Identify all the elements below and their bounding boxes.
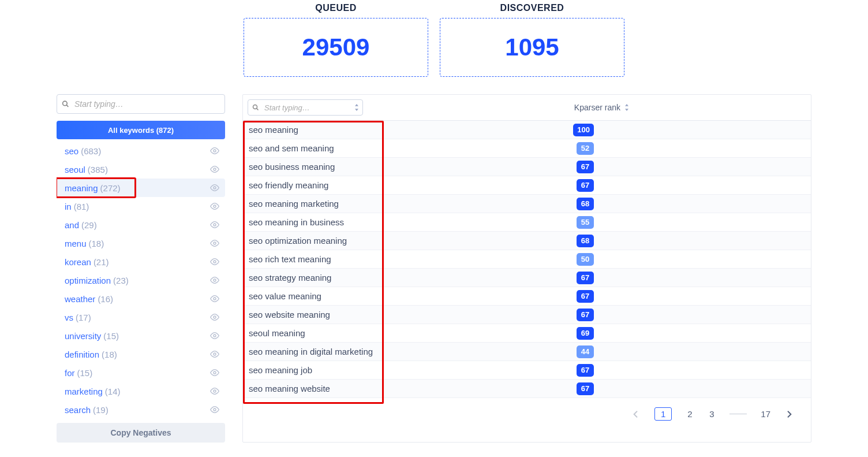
result-text: seo value meaning [249,291,321,301]
rank-badge: 100 [573,124,594,136]
keyword-count: (15) [77,368,93,378]
svg-point-9 [214,279,216,281]
table-row[interactable]: seo rich text meaning50 [243,250,811,269]
results-search-input[interactable] [248,99,363,116]
sidebar-item-menu[interactable]: menu(18) [57,234,225,252]
sidebar-item-definition[interactable]: definition(18) [57,345,225,363]
rank-badge: 67 [577,161,594,173]
eye-icon[interactable] [210,221,219,228]
table-row[interactable]: seo meaning in business55 [243,213,811,232]
sidebar-item-seoul[interactable]: seoul(385) [57,160,225,179]
table-row[interactable]: seoul meaning69 [243,324,811,343]
result-text: seo rich text meaning [249,254,331,264]
eye-icon[interactable] [210,332,219,339]
eye-icon[interactable] [210,258,219,265]
table-row[interactable]: seo optimization meaning68 [243,232,811,250]
keyword-label: menu [65,239,87,248]
table-row[interactable]: seo meaning marketing68 [243,195,811,213]
eye-icon[interactable] [210,203,219,210]
rank-header-label: Kparser rank [574,103,620,112]
rank-badge: 69 [577,327,594,340]
sort-icon[interactable] [354,104,360,111]
prev-page-icon[interactable] [631,410,641,419]
result-text: seo meaning in business [249,217,344,227]
sidebar-item-and[interactable]: and(29) [57,216,225,234]
all-keywords-button[interactable]: All keywords (872) [57,121,225,139]
sidebar-item-weather[interactable]: weather(16) [57,289,225,308]
page-number-last[interactable]: 17 [761,409,770,419]
keyword-count: (19) [93,405,108,415]
table-row[interactable]: seo strategy meaning67 [243,269,811,287]
queued-card: QUEUED 29509 [244,3,428,77]
eye-icon[interactable] [210,314,219,321]
svg-point-12 [214,335,216,337]
eye-icon[interactable] [210,406,219,413]
next-page-icon[interactable] [784,410,794,419]
sidebar-item-meaning[interactable]: meaning(272) [57,179,225,197]
eye-icon[interactable] [210,166,219,173]
eye-icon[interactable] [210,277,219,284]
keyword-label: vs [65,313,73,322]
table-row[interactable]: seo meaning job67 [243,361,811,380]
table-row[interactable]: seo and sem meaning52 [243,139,811,158]
result-text: seo business meaning [249,162,335,172]
table-row[interactable]: seo meaning100 [243,121,811,139]
eye-icon[interactable] [210,388,219,395]
eye-icon[interactable] [210,351,219,358]
rank-column-header[interactable]: Kparser rank [574,103,630,112]
svg-marker-22 [625,109,628,111]
keyword-label: optimization [65,276,111,285]
keyword-count: (29) [81,220,97,230]
table-row[interactable]: seo business meaning67 [243,158,811,176]
page-number[interactable]: 2 [686,409,694,419]
sidebar-search-wrap [57,94,225,114]
svg-line-1 [66,105,68,107]
sidebar-item-optimization[interactable]: optimization(23) [57,271,225,289]
keyword-label: search [65,405,91,415]
results-panel: Kparser rank seo meaning100seo and sem m… [242,94,811,443]
svg-point-5 [214,205,216,207]
table-row[interactable]: seo meaning in digital marketing44 [243,343,811,361]
sidebar-item-for[interactable]: for(15) [57,363,225,382]
table-row[interactable]: seo value meaning67 [243,287,811,306]
sidebar-item-university[interactable]: university(15) [57,326,225,345]
rank-badge: 67 [577,382,594,395]
queued-label: QUEUED [244,3,428,13]
svg-marker-20 [355,109,358,111]
sidebar-item-marketing[interactable]: marketing(14) [57,382,225,400]
discovered-label: DISCOVERED [440,3,624,13]
table-row[interactable]: seo website meaning67 [243,306,811,324]
keyword-list: seo(683)seoul(385)meaning(272)in(81)and(… [57,142,225,416]
rank-badge: 50 [577,253,594,266]
page-number[interactable]: 3 [708,409,716,419]
sort-icon[interactable] [624,104,630,111]
discovered-box: 1095 [440,18,624,77]
pagination: 1 2 3 17 [243,398,811,425]
eye-icon[interactable] [210,295,219,302]
keyword-label: korean [65,257,91,267]
keyword-count: (14) [105,387,121,396]
sidebar-item-search[interactable]: search(19) [57,400,225,416]
table-row[interactable]: seo meaning website67 [243,380,811,398]
eye-icon[interactable] [210,240,219,247]
eye-icon[interactable] [210,184,219,191]
sidebar-item-vs[interactable]: vs(17) [57,308,225,326]
sidebar-item-korean[interactable]: korean(21) [57,252,225,271]
rank-badge: 68 [577,198,594,210]
discovered-value: 1095 [446,34,618,61]
svg-marker-19 [355,104,358,106]
keyword-count: (683) [81,146,101,156]
sidebar-search-input[interactable] [57,94,225,114]
sidebar-item-in[interactable]: in(81) [57,197,225,216]
keyword-count: (21) [93,257,109,267]
eye-icon[interactable] [210,147,219,154]
page-number[interactable]: 1 [654,407,672,421]
svg-point-6 [214,224,216,226]
sidebar-item-seo[interactable]: seo(683) [57,142,225,160]
table-row[interactable]: seo friendly meaning67 [243,176,811,195]
svg-point-8 [214,261,216,263]
copy-negatives-button[interactable]: Copy Negatives [57,423,225,443]
eye-icon[interactable] [210,369,219,376]
keyword-label: seoul [65,165,85,174]
svg-point-11 [214,316,216,318]
